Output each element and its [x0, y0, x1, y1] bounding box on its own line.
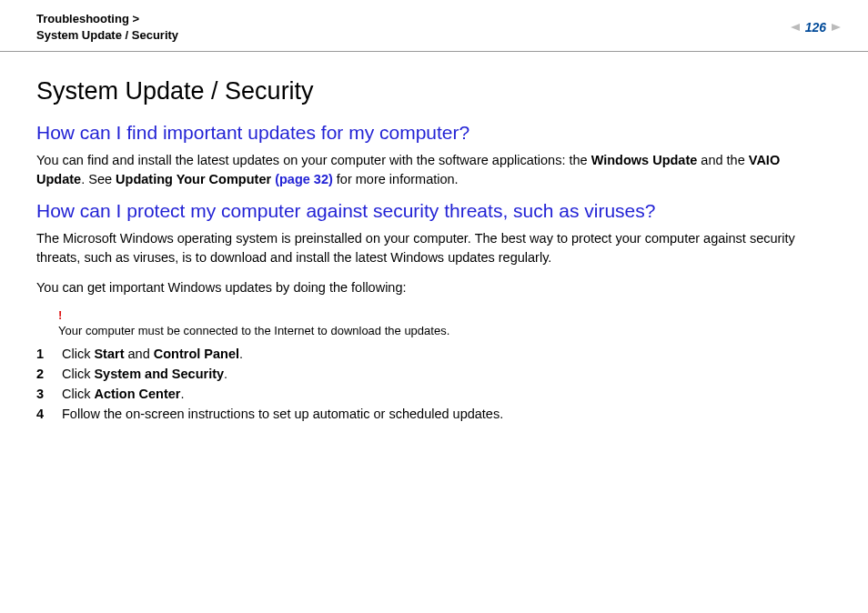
section-heading-security: How can I protect my computer against se… [36, 200, 832, 222]
list-item: 4 Follow the on-screen instructions to s… [36, 407, 832, 421]
text: for more information. [333, 172, 459, 186]
list-item: 2 Click System and Security. [36, 367, 832, 381]
bold-text: Windows Update [591, 153, 698, 167]
text: You can find and install the latest upda… [36, 153, 591, 167]
section2-paragraph1: The Microsoft Windows operating system i… [36, 229, 832, 267]
step-number: 1 [36, 347, 62, 361]
page-content: System Update / Security How can I find … [0, 52, 868, 421]
breadcrumb: Troubleshooting > System Update / Securi… [36, 11, 178, 44]
steps-list: 1 Click Start and Control Panel. 2 Click… [36, 347, 832, 421]
next-page-icon[interactable] [832, 24, 841, 31]
warning-text: Your computer must be connected to the I… [58, 324, 449, 337]
page-title: System Update / Security [36, 77, 832, 106]
warning-note: ! Your computer must be connected to the… [58, 308, 832, 337]
page-link[interactable]: (page 32) [275, 172, 333, 186]
step-number: 3 [36, 387, 62, 401]
bold-text: Updating Your Computer [116, 172, 275, 186]
breadcrumb-line1: Troubleshooting > [36, 11, 178, 27]
step-text: Click Start and Control Panel. [62, 347, 243, 361]
text: . See [81, 172, 116, 186]
section-heading-updates: How can I find important updates for my … [36, 122, 832, 144]
warning-icon: ! [58, 308, 832, 322]
prev-page-icon[interactable] [791, 24, 800, 31]
page-number: 126 [805, 20, 826, 35]
list-item: 1 Click Start and Control Panel. [36, 347, 832, 361]
breadcrumb-line2: System Update / Security [36, 27, 178, 44]
step-text: Click Action Center. [62, 387, 185, 401]
list-item: 3 Click Action Center. [36, 387, 832, 401]
page-header: Troubleshooting > System Update / Securi… [0, 0, 868, 52]
step-number: 2 [36, 367, 62, 381]
text: and the [697, 153, 748, 167]
section1-paragraph: You can find and install the latest upda… [36, 151, 832, 189]
section2-paragraph2: You can get important Windows updates by… [36, 278, 832, 297]
step-text: Follow the on-screen instructions to set… [62, 407, 503, 421]
step-text: Click System and Security. [62, 367, 227, 381]
step-number: 4 [36, 407, 62, 421]
page-nav: 126 [791, 11, 841, 35]
